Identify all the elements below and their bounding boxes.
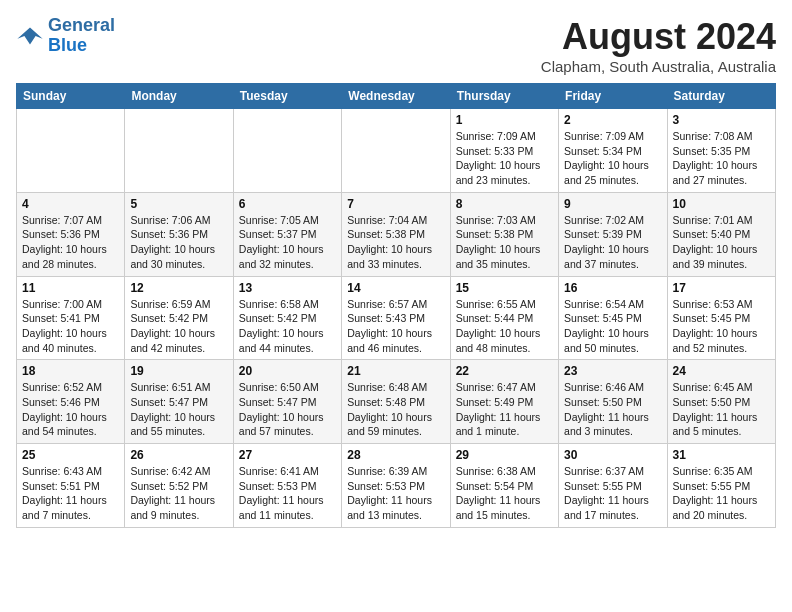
day-info: Sunrise: 7:09 AMSunset: 5:34 PMDaylight:… (564, 129, 661, 188)
calendar-cell: 15Sunrise: 6:55 AMSunset: 5:44 PMDayligh… (450, 276, 558, 360)
calendar-cell: 21Sunrise: 6:48 AMSunset: 5:48 PMDayligh… (342, 360, 450, 444)
day-info: Sunrise: 7:02 AMSunset: 5:39 PMDaylight:… (564, 213, 661, 272)
logo-icon (16, 22, 44, 50)
day-info: Sunrise: 7:00 AMSunset: 5:41 PMDaylight:… (22, 297, 119, 356)
calendar-cell: 19Sunrise: 6:51 AMSunset: 5:47 PMDayligh… (125, 360, 233, 444)
calendar-cell: 8Sunrise: 7:03 AMSunset: 5:38 PMDaylight… (450, 192, 558, 276)
day-number: 3 (673, 113, 770, 127)
day-number: 5 (130, 197, 227, 211)
calendar-cell: 7Sunrise: 7:04 AMSunset: 5:38 PMDaylight… (342, 192, 450, 276)
day-info: Sunrise: 6:57 AMSunset: 5:43 PMDaylight:… (347, 297, 444, 356)
month-title: August 2024 (541, 16, 776, 58)
calendar-cell (233, 109, 341, 193)
day-number: 20 (239, 364, 336, 378)
calendar-cell: 30Sunrise: 6:37 AMSunset: 5:55 PMDayligh… (559, 444, 667, 528)
calendar-cell: 31Sunrise: 6:35 AMSunset: 5:55 PMDayligh… (667, 444, 775, 528)
calendar-cell: 5Sunrise: 7:06 AMSunset: 5:36 PMDaylight… (125, 192, 233, 276)
calendar-cell: 1Sunrise: 7:09 AMSunset: 5:33 PMDaylight… (450, 109, 558, 193)
day-number: 16 (564, 281, 661, 295)
day-info: Sunrise: 6:45 AMSunset: 5:50 PMDaylight:… (673, 380, 770, 439)
day-number: 15 (456, 281, 553, 295)
day-info: Sunrise: 6:53 AMSunset: 5:45 PMDaylight:… (673, 297, 770, 356)
day-number: 25 (22, 448, 119, 462)
day-info: Sunrise: 7:05 AMSunset: 5:37 PMDaylight:… (239, 213, 336, 272)
calendar-cell (125, 109, 233, 193)
day-info: Sunrise: 6:59 AMSunset: 5:42 PMDaylight:… (130, 297, 227, 356)
calendar-cell (342, 109, 450, 193)
calendar-week-4: 18Sunrise: 6:52 AMSunset: 5:46 PMDayligh… (17, 360, 776, 444)
day-number: 14 (347, 281, 444, 295)
day-number: 2 (564, 113, 661, 127)
calendar-cell: 20Sunrise: 6:50 AMSunset: 5:47 PMDayligh… (233, 360, 341, 444)
day-info: Sunrise: 6:35 AMSunset: 5:55 PMDaylight:… (673, 464, 770, 523)
day-info: Sunrise: 6:50 AMSunset: 5:47 PMDaylight:… (239, 380, 336, 439)
weekday-header-saturday: Saturday (667, 84, 775, 109)
day-number: 10 (673, 197, 770, 211)
day-info: Sunrise: 7:04 AMSunset: 5:38 PMDaylight:… (347, 213, 444, 272)
day-number: 4 (22, 197, 119, 211)
day-number: 31 (673, 448, 770, 462)
day-number: 19 (130, 364, 227, 378)
day-info: Sunrise: 6:47 AMSunset: 5:49 PMDaylight:… (456, 380, 553, 439)
day-info: Sunrise: 6:38 AMSunset: 5:54 PMDaylight:… (456, 464, 553, 523)
day-info: Sunrise: 6:37 AMSunset: 5:55 PMDaylight:… (564, 464, 661, 523)
day-number: 26 (130, 448, 227, 462)
day-info: Sunrise: 7:06 AMSunset: 5:36 PMDaylight:… (130, 213, 227, 272)
calendar-cell: 4Sunrise: 7:07 AMSunset: 5:36 PMDaylight… (17, 192, 125, 276)
day-number: 17 (673, 281, 770, 295)
calendar-cell: 18Sunrise: 6:52 AMSunset: 5:46 PMDayligh… (17, 360, 125, 444)
day-number: 11 (22, 281, 119, 295)
day-number: 27 (239, 448, 336, 462)
calendar-table: SundayMondayTuesdayWednesdayThursdayFrid… (16, 83, 776, 528)
day-number: 9 (564, 197, 661, 211)
day-number: 21 (347, 364, 444, 378)
calendar-week-2: 4Sunrise: 7:07 AMSunset: 5:36 PMDaylight… (17, 192, 776, 276)
weekday-header-monday: Monday (125, 84, 233, 109)
title-block: August 2024 Clapham, South Australia, Au… (541, 16, 776, 75)
calendar-cell: 10Sunrise: 7:01 AMSunset: 5:40 PMDayligh… (667, 192, 775, 276)
day-info: Sunrise: 6:54 AMSunset: 5:45 PMDaylight:… (564, 297, 661, 356)
day-number: 12 (130, 281, 227, 295)
day-number: 6 (239, 197, 336, 211)
day-number: 18 (22, 364, 119, 378)
day-number: 1 (456, 113, 553, 127)
weekday-header-wednesday: Wednesday (342, 84, 450, 109)
calendar-cell: 11Sunrise: 7:00 AMSunset: 5:41 PMDayligh… (17, 276, 125, 360)
calendar-cell: 29Sunrise: 6:38 AMSunset: 5:54 PMDayligh… (450, 444, 558, 528)
day-info: Sunrise: 7:08 AMSunset: 5:35 PMDaylight:… (673, 129, 770, 188)
calendar-cell: 2Sunrise: 7:09 AMSunset: 5:34 PMDaylight… (559, 109, 667, 193)
weekday-header-row: SundayMondayTuesdayWednesdayThursdayFrid… (17, 84, 776, 109)
day-number: 24 (673, 364, 770, 378)
calendar-cell: 3Sunrise: 7:08 AMSunset: 5:35 PMDaylight… (667, 109, 775, 193)
calendar-cell: 6Sunrise: 7:05 AMSunset: 5:37 PMDaylight… (233, 192, 341, 276)
day-info: Sunrise: 7:01 AMSunset: 5:40 PMDaylight:… (673, 213, 770, 272)
calendar-cell: 12Sunrise: 6:59 AMSunset: 5:42 PMDayligh… (125, 276, 233, 360)
calendar-cell: 26Sunrise: 6:42 AMSunset: 5:52 PMDayligh… (125, 444, 233, 528)
logo-text: General Blue (48, 16, 115, 56)
day-info: Sunrise: 6:46 AMSunset: 5:50 PMDaylight:… (564, 380, 661, 439)
day-number: 28 (347, 448, 444, 462)
calendar-week-1: 1Sunrise: 7:09 AMSunset: 5:33 PMDaylight… (17, 109, 776, 193)
day-info: Sunrise: 6:52 AMSunset: 5:46 PMDaylight:… (22, 380, 119, 439)
weekday-header-tuesday: Tuesday (233, 84, 341, 109)
day-info: Sunrise: 7:09 AMSunset: 5:33 PMDaylight:… (456, 129, 553, 188)
day-info: Sunrise: 6:42 AMSunset: 5:52 PMDaylight:… (130, 464, 227, 523)
calendar-cell (17, 109, 125, 193)
day-number: 30 (564, 448, 661, 462)
calendar-cell: 17Sunrise: 6:53 AMSunset: 5:45 PMDayligh… (667, 276, 775, 360)
day-info: Sunrise: 6:48 AMSunset: 5:48 PMDaylight:… (347, 380, 444, 439)
calendar-cell: 25Sunrise: 6:43 AMSunset: 5:51 PMDayligh… (17, 444, 125, 528)
day-number: 8 (456, 197, 553, 211)
calendar-cell: 13Sunrise: 6:58 AMSunset: 5:42 PMDayligh… (233, 276, 341, 360)
day-info: Sunrise: 6:51 AMSunset: 5:47 PMDaylight:… (130, 380, 227, 439)
weekday-header-friday: Friday (559, 84, 667, 109)
day-number: 7 (347, 197, 444, 211)
location-title: Clapham, South Australia, Australia (541, 58, 776, 75)
calendar-cell: 14Sunrise: 6:57 AMSunset: 5:43 PMDayligh… (342, 276, 450, 360)
day-number: 23 (564, 364, 661, 378)
logo: General Blue (16, 16, 115, 56)
day-number: 29 (456, 448, 553, 462)
day-info: Sunrise: 7:07 AMSunset: 5:36 PMDaylight:… (22, 213, 119, 272)
calendar-week-3: 11Sunrise: 7:00 AMSunset: 5:41 PMDayligh… (17, 276, 776, 360)
day-info: Sunrise: 6:58 AMSunset: 5:42 PMDaylight:… (239, 297, 336, 356)
